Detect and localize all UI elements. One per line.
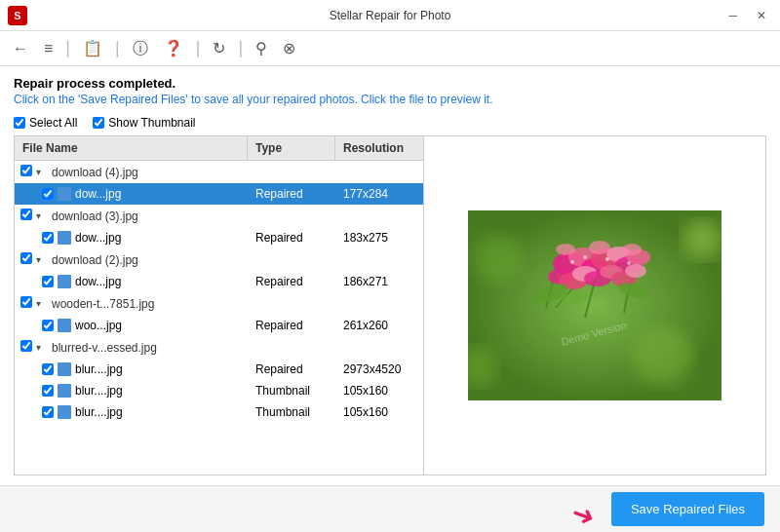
file-icon-4-2	[58, 405, 71, 419]
child-type-2-0: Repaired	[248, 271, 335, 292]
child-checkbox-1-0[interactable]	[42, 232, 54, 244]
child-resolution-1-0: 183x275	[335, 227, 423, 248]
child-filename-0-0: dow...jpg	[75, 187, 121, 201]
table-row-2-0[interactable]: dow...jpg Repaired 186x271	[15, 271, 423, 292]
table-row-3-0[interactable]: woo...jpg Repaired 261x260	[15, 315, 423, 336]
child-filename-2-0: dow...jpg	[75, 275, 121, 288]
header-type: Type	[248, 136, 335, 160]
svg-point-18	[625, 264, 646, 278]
table-row-4-0[interactable]: blur....jpg Repaired 2973x4520	[15, 359, 423, 380]
minimize-button[interactable]: ─	[722, 8, 743, 23]
select-all-checkbox[interactable]	[14, 117, 25, 129]
group-checkbox-wrap-0	[20, 165, 32, 179]
child-name-cell-4-0: blur....jpg	[15, 359, 248, 380]
group-checkbox-wrap-1	[20, 209, 32, 223]
child-checkbox-3-0[interactable]	[42, 320, 54, 331]
svg-point-20	[589, 241, 610, 254]
group-checkbox-wrap-2	[20, 252, 32, 267]
svg-point-3	[682, 220, 722, 259]
group-checkbox-1[interactable]	[20, 209, 32, 220]
sep-1: |	[65, 38, 70, 58]
file-icon-3-0	[58, 319, 71, 332]
table-group-4[interactable]: ▾ blurred-v...essed.jpg	[15, 336, 423, 359]
chevron-icon-3: ▾	[36, 298, 48, 309]
menu-button[interactable]: ≡	[39, 37, 58, 60]
file-icon-4-0	[58, 362, 71, 376]
child-checkbox-2-0[interactable]	[42, 276, 54, 287]
title-bar-left: S	[8, 6, 27, 25]
title-bar: S Stellar Repair for Photo ─ ✕	[0, 0, 780, 31]
child-name-cell-4-2: blur....jpg	[15, 401, 248, 423]
child-checkbox-4-1[interactable]	[42, 385, 54, 397]
save-repaired-files-button[interactable]: Save Repaired Files	[611, 492, 764, 526]
options-row: Select All Show Thumbnail	[14, 116, 766, 130]
title-bar-controls: ─ ✕	[722, 8, 772, 23]
group-checkbox-0[interactable]	[20, 165, 32, 176]
cart-button[interactable]: ⚲	[251, 37, 272, 60]
group-name-3: wooden-t...7851.jpg	[52, 297, 154, 311]
app-icon: S	[8, 6, 27, 25]
file-icon-4-1	[58, 384, 71, 398]
status-text: Click on the 'Save Repaired Files' to sa…	[14, 93, 766, 106]
refresh-button[interactable]: ↻	[208, 37, 230, 60]
show-thumbnail-option[interactable]: Show Thumbnail	[93, 116, 195, 130]
show-thumbnail-label: Show Thumbnail	[108, 116, 195, 130]
chevron-icon-0: ▾	[36, 167, 48, 177]
table-group-3[interactable]: ▾ wooden-t...7851.jpg	[15, 292, 423, 315]
table-group-1[interactable]: ▾ download (3).jpg	[15, 205, 423, 227]
svg-point-19	[556, 244, 575, 255]
chevron-icon-2: ▾	[36, 254, 48, 265]
svg-point-1	[473, 235, 522, 284]
child-resolution-4-0: 2973x4520	[335, 359, 423, 380]
table-row-4-1[interactable]: blur....jpg Thumbnail 105x160	[15, 380, 423, 401]
sep-3: |	[196, 38, 201, 58]
close-button[interactable]: ✕	[751, 8, 772, 23]
group-name-0: download (4).jpg	[52, 166, 138, 179]
table-row-1-0[interactable]: dow...jpg Repaired 183x275	[15, 227, 423, 248]
child-name-cell-0-0: dow...jpg	[15, 183, 248, 205]
table-row-0-0[interactable]: dow...jpg Repaired 177x284	[15, 183, 423, 205]
table-group-0[interactable]: ▾ download (4).jpg	[15, 161, 423, 183]
svg-point-23	[583, 255, 587, 259]
sep-4: |	[238, 38, 243, 58]
group-name-1: download (3).jpg	[52, 209, 138, 223]
arrow-indicator: ➜	[566, 497, 599, 532]
clipboard-button[interactable]: 📋	[78, 37, 107, 60]
group-checkbox-wrap-3	[20, 296, 32, 311]
child-resolution-4-1: 105x160	[335, 380, 423, 401]
table-area: File Name Type Resolution ▾ download (4)…	[14, 135, 766, 475]
group-name-2: download (2).jpg	[52, 253, 138, 267]
file-icon-2-0	[58, 275, 71, 288]
table-header: File Name Type Resolution	[15, 136, 423, 161]
table-group-2[interactable]: ▾ download (2).jpg	[15, 248, 423, 271]
header-filename: File Name	[15, 136, 248, 160]
info-button[interactable]: ⓘ	[128, 37, 153, 60]
child-type-0-0: Repaired	[248, 183, 335, 205]
table-row-4-2[interactable]: blur....jpg Thumbnail 105x160	[15, 401, 423, 423]
child-type-4-2: Thumbnail	[248, 401, 335, 423]
status-bold: Repair process completed.	[14, 76, 766, 91]
child-type-3-0: Repaired	[248, 315, 335, 336]
child-checkbox-4-0[interactable]	[42, 363, 54, 375]
group-checkbox-3[interactable]	[20, 296, 32, 308]
back-button[interactable]: ←	[8, 37, 33, 60]
child-type-1-0: Repaired	[248, 227, 335, 248]
child-checkbox-0-0[interactable]	[42, 188, 54, 200]
child-filename-3-0: woo...jpg	[75, 319, 122, 332]
child-filename-4-0: blur....jpg	[75, 362, 123, 376]
account-button[interactable]: ⊗	[278, 37, 300, 60]
help-button[interactable]: ❓	[159, 37, 188, 60]
child-resolution-0-0: 177x284	[335, 183, 423, 205]
main-content: Repair process completed. Click on the '…	[0, 66, 780, 485]
file-table: File Name Type Resolution ▾ download (4)…	[15, 136, 424, 475]
group-checkbox-2[interactable]	[20, 252, 32, 264]
show-thumbnail-checkbox[interactable]	[93, 117, 104, 129]
group-checkbox-4[interactable]	[20, 340, 32, 352]
child-resolution-4-2: 105x160	[335, 401, 423, 423]
app-title: Stellar Repair for Photo	[330, 9, 451, 22]
child-checkbox-4-2[interactable]	[42, 406, 54, 418]
child-resolution-2-0: 186x271	[335, 271, 423, 292]
file-icon-0-0	[58, 187, 71, 201]
select-all-option[interactable]: Select All	[14, 116, 77, 130]
chevron-icon-4: ▾	[36, 342, 48, 353]
